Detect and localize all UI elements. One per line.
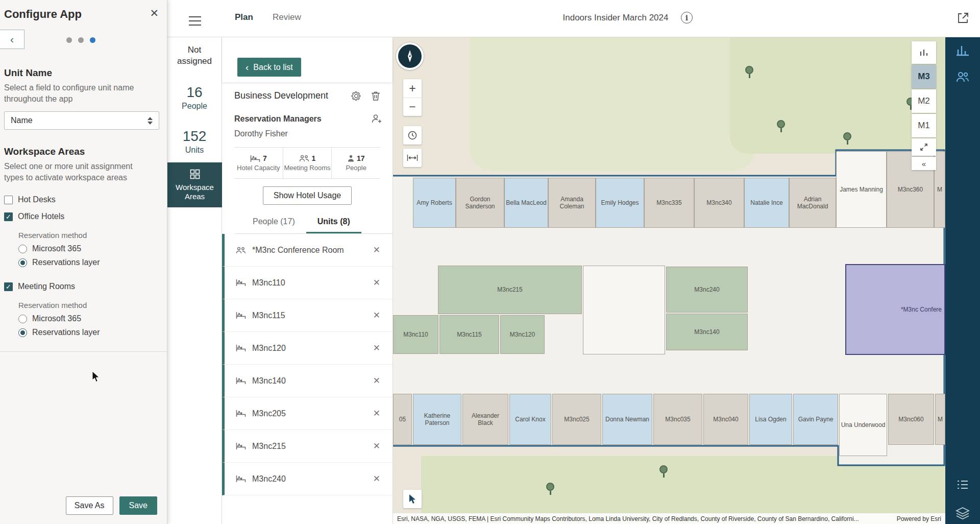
radio-icon[interactable]: [18, 315, 27, 323]
tab-review[interactable]: Review: [273, 12, 301, 22]
show-hotel-usage-button[interactable]: Show Hotel Usage: [263, 186, 352, 205]
map-room[interactable]: Adrian MacDonald: [789, 178, 836, 228]
units-count-label: Units: [167, 146, 222, 155]
meeting-reservations-layer-radio[interactable]: Reservations layer: [18, 328, 100, 337]
add-person-icon[interactable]: [371, 114, 381, 124]
checkbox-icon[interactable]: [4, 282, 13, 291]
map-room[interactable]: Emily Hodges: [596, 178, 644, 228]
map-room[interactable]: Carol Knox: [509, 394, 551, 445]
save-as-button[interactable]: Save As: [66, 496, 113, 515]
save-button[interactable]: Save: [119, 496, 157, 515]
unit-list-item[interactable]: M3nc110 ✕: [222, 267, 393, 299]
map-room[interactable]: M3nc215: [438, 266, 582, 314]
remove-unit-icon[interactable]: ✕: [373, 343, 380, 353]
unit-list-item[interactable]: M3nc115 ✕: [222, 299, 393, 332]
map-room[interactable]: M: [935, 394, 945, 445]
map-room[interactable]: *M3nc Confere: [845, 264, 945, 355]
map-room[interactable]: Donna Newman: [602, 394, 652, 445]
clock-tool-button[interactable]: [403, 126, 422, 145]
map-room[interactable]: 05: [393, 394, 412, 445]
radio-icon[interactable]: [18, 258, 27, 267]
map-room[interactable]: Amy Roberts: [413, 178, 456, 228]
unit-list-item[interactable]: *M3nc Conference Room ✕: [222, 234, 393, 267]
step-dot[interactable]: [66, 37, 72, 43]
tab-plan[interactable]: Plan: [235, 12, 253, 22]
map-room[interactable]: M3nc110: [393, 315, 438, 354]
map-room[interactable]: Natalie Ince: [744, 178, 789, 228]
checkbox-icon[interactable]: [4, 196, 13, 204]
unit-name-select[interactable]: Name: [4, 111, 159, 130]
export-icon[interactable]: [957, 11, 970, 25]
remove-unit-icon[interactable]: ✕: [373, 375, 380, 386]
radio-icon[interactable]: [18, 245, 27, 253]
tab-people[interactable]: People (17): [241, 213, 306, 233]
select-tool-button[interactable]: [403, 490, 422, 508]
workspace-areas-tile[interactable]: Workspace Areas: [167, 162, 222, 207]
trash-icon[interactable]: [371, 91, 381, 101]
back-to-list-button[interactable]: ‹ Back to list: [237, 58, 301, 77]
unit-list-item[interactable]: M3nc120 ✕: [222, 332, 393, 365]
measure-tool-button[interactable]: [403, 149, 422, 167]
expand-floors-button[interactable]: [912, 138, 936, 156]
meeting-microsoft-365-radio[interactable]: Microsoft 365: [18, 314, 81, 323]
map-room[interactable]: [583, 266, 665, 354]
map-room[interactable]: M3nc035: [653, 394, 702, 445]
floor-button-m2[interactable]: M2: [912, 89, 936, 113]
map-room[interactable]: Amanda Coleman: [548, 178, 596, 228]
panel-back-button[interactable]: ‹: [0, 30, 24, 49]
floor-button-m3[interactable]: M3: [912, 65, 936, 88]
remove-unit-icon[interactable]: ✕: [373, 310, 380, 321]
map-room[interactable]: M3nc115: [439, 315, 499, 354]
people-panel-icon[interactable]: [955, 70, 970, 84]
hotels-reservations-layer-radio[interactable]: Reservations layer: [18, 258, 100, 267]
gear-icon[interactable]: [351, 91, 361, 101]
unit-list-item[interactable]: M3nc240 ✕: [222, 463, 393, 495]
menu-icon[interactable]: [189, 13, 201, 23]
map-room[interactable]: Alexander Black: [462, 394, 508, 445]
map-room[interactable]: M3nc060: [888, 394, 934, 445]
info-icon[interactable]: [681, 12, 693, 23]
remove-unit-icon[interactable]: ✕: [373, 473, 380, 484]
map-room[interactable]: M3nc025: [552, 394, 601, 445]
map-room[interactable]: James Manning: [836, 151, 887, 228]
hotels-microsoft-365-radio[interactable]: Microsoft 365: [18, 244, 81, 253]
step-dot[interactable]: [78, 37, 84, 43]
meeting-rooms-checkbox[interactable]: Meeting Rooms: [4, 282, 75, 291]
unit-list-item[interactable]: M3nc140 ✕: [222, 365, 393, 397]
remove-unit-icon[interactable]: ✕: [373, 441, 380, 451]
zoom-out-button[interactable]: −: [403, 98, 422, 116]
unit-list-item[interactable]: M3nc215 ✕: [222, 430, 393, 463]
floor-plan-map[interactable]: Amy RobertsGordon SandersonBella MacLeod…: [393, 37, 945, 524]
layers-icon[interactable]: [955, 506, 970, 520]
map-room[interactable]: Gavin Payne: [793, 394, 838, 445]
map-room[interactable]: M3nc120: [500, 315, 545, 354]
map-room[interactable]: Bella MacLeod: [504, 178, 548, 228]
map-room[interactable]: M3nc140: [666, 314, 748, 350]
remove-unit-icon[interactable]: ✕: [373, 408, 380, 419]
collapse-floor-selector-button[interactable]: «: [912, 157, 936, 170]
floor-filter-button[interactable]: [912, 41, 936, 64]
map-room[interactable]: M3nc340: [694, 178, 744, 228]
compass-icon[interactable]: [396, 42, 424, 70]
checkbox-icon[interactable]: [4, 212, 13, 221]
remove-unit-icon[interactable]: ✕: [373, 277, 380, 288]
remove-unit-icon[interactable]: ✕: [373, 245, 380, 255]
floor-button-m1[interactable]: M1: [912, 114, 936, 137]
office-hotels-checkbox[interactable]: Office Hotels: [4, 212, 64, 221]
map-room[interactable]: Katherine Paterson: [413, 394, 461, 445]
map-room[interactable]: Lisa Ogden: [749, 394, 792, 445]
zoom-in-button[interactable]: +: [403, 79, 422, 98]
hot-desks-checkbox[interactable]: Hot Desks: [4, 195, 56, 204]
radio-icon[interactable]: [18, 328, 27, 337]
legend-list-icon[interactable]: [955, 478, 970, 492]
map-room[interactable]: M3nc240: [666, 267, 748, 313]
map-room[interactable]: M3nc335: [644, 178, 694, 228]
map-room[interactable]: Una Underwood: [839, 394, 887, 456]
map-room[interactable]: M3nc040: [703, 394, 748, 445]
map-room[interactable]: Gordon Sanderson: [456, 178, 504, 228]
step-dot-active[interactable]: [90, 37, 95, 43]
tab-units[interactable]: Units (8): [306, 213, 361, 233]
close-icon[interactable]: ✕: [150, 7, 159, 19]
unit-list-item[interactable]: M3nc205 ✕: [222, 397, 393, 430]
dashboard-chart-icon[interactable]: [955, 43, 970, 58]
